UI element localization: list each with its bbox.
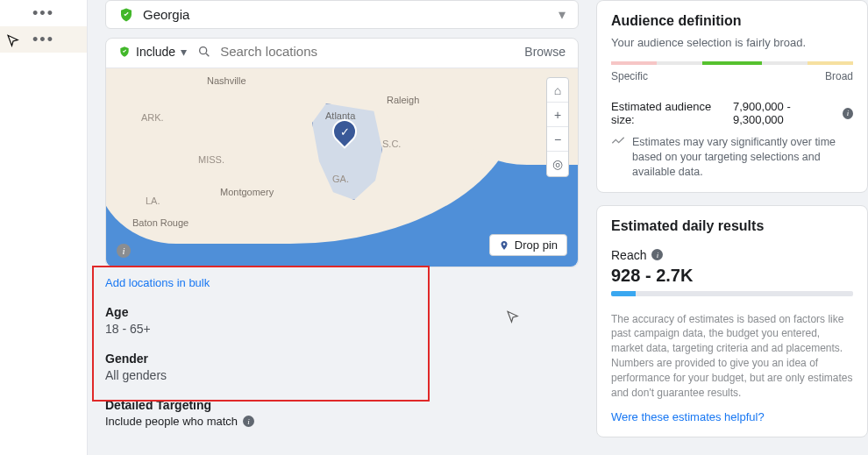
detailed-targeting-sub: Include people who match i: [105, 415, 579, 428]
drop-pin-button[interactable]: Drop pin: [489, 234, 567, 256]
audience-warning: Estimates may vary significantly over ti…: [611, 135, 853, 180]
browse-button[interactable]: Browse: [524, 45, 566, 59]
results-disclaimer: The accuracy of estimates is based on fa…: [611, 312, 853, 401]
location-card: Include ▾ Browse Nashville Raleigh ARK. …: [105, 38, 579, 267]
info-icon[interactable]: i: [843, 108, 853, 119]
reach-label: Reach i: [611, 248, 853, 262]
cursor-icon: [5, 33, 21, 49]
results-title: Estimated daily results: [611, 218, 853, 234]
include-dropdown[interactable]: Include ▾: [118, 45, 187, 59]
reach-value: 928 - 2.7K: [611, 266, 853, 286]
estimates-helpful-link[interactable]: Were these estimates helpful?: [611, 410, 765, 423]
zoom-out-button[interactable]: −: [547, 127, 568, 152]
info-icon[interactable]: i: [651, 249, 663, 260]
zoom-reset-button[interactable]: ⌂: [547, 78, 568, 103]
spectrum-broad-label: Broad: [825, 70, 853, 82]
map-zoom-controls: ⌂ + − ◎: [546, 77, 569, 177]
nav-more-1[interactable]: •••: [0, 0, 87, 26]
search-icon: [197, 45, 211, 59]
caret-down-icon: ▾: [181, 45, 187, 59]
chevron-down-icon: ▾: [559, 6, 566, 23]
map-info-icon[interactable]: i: [117, 244, 131, 258]
info-icon[interactable]: i: [243, 416, 254, 427]
shield-check-icon: [118, 46, 131, 58]
svg-point-0: [200, 46, 207, 53]
spectrum-specific-label: Specific: [611, 70, 648, 82]
add-locations-bulk-link[interactable]: Add locations in bulk: [105, 276, 210, 289]
pin-icon: [499, 240, 509, 251]
audience-definition-panel: Audience definition Your audience select…: [596, 0, 868, 193]
cursor-icon: [505, 309, 521, 325]
trend-icon: [611, 135, 625, 149]
audience-title: Audience definition: [611, 13, 853, 29]
estimated-results-panel: Estimated daily results Reach i 928 - 2.…: [596, 205, 868, 438]
detailed-targeting-heading: Detailed Targeting: [105, 398, 579, 412]
audience-sub: Your audience selection is fairly broad.: [611, 36, 853, 49]
estimated-audience-size: Estimated audience size: 7,900,000 - 9,3…: [611, 100, 853, 126]
map[interactable]: Nashville Raleigh ARK. MISS. S.C. LA. Mo…: [106, 68, 578, 267]
svg-point-2: [503, 243, 506, 245]
location-search-input[interactable]: [220, 44, 524, 59]
selected-location: Georgia: [143, 7, 189, 22]
audience-spectrum: [611, 61, 853, 65]
reach-bar: [611, 291, 853, 296]
gender-heading: Gender: [105, 352, 579, 366]
shield-check-icon: [118, 7, 134, 23]
left-nav: ••• •••: [0, 0, 88, 455]
gender-value: All genders: [105, 368, 579, 382]
svg-line-1: [206, 53, 209, 56]
locate-button[interactable]: ◎: [547, 152, 568, 176]
location-pill[interactable]: Georgia ▾: [105, 0, 579, 29]
zoom-in-button[interactable]: +: [547, 103, 568, 127]
